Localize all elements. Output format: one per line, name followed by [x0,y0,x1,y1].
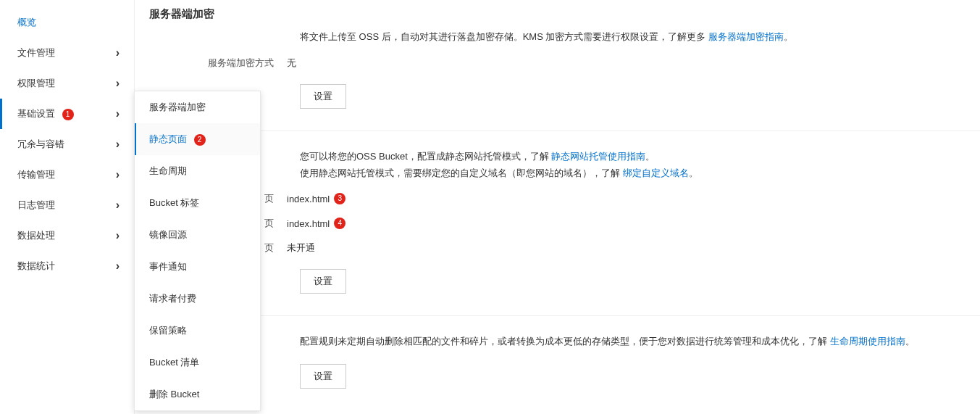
step-badge: 4 [334,218,345,229]
kv-value: 未开通 [287,241,315,254]
chevron-right-icon: › [116,199,120,212]
submenu-label: 服务器端加密 [149,102,206,112]
submenu-item-events[interactable]: 事件通知 [135,251,260,283]
settings-button[interactable]: 设置 [300,269,346,294]
sidebar-label: 冗余与容错 [17,138,64,151]
submenu-item-static[interactable]: 静态页面 2 [135,123,260,155]
sidebar-item-transfer[interactable]: 传输管理 › [0,160,134,190]
chevron-right-icon: › [116,77,120,90]
link-custom-domain[interactable]: 绑定自定义域名 [623,167,689,178]
sidebar-item-logs[interactable]: 日志管理 › [0,190,134,220]
sidebar-label: 传输管理 [17,168,55,181]
chevron-right-icon: › [116,107,120,120]
chevron-right-icon: › [116,168,120,181]
section-desc: 配置规则来定期自动删除相匹配的文件和碎片，或者转换为成本更低的存储类型，便于您对… [149,334,980,355]
chevron-right-icon: › [116,260,120,273]
chevron-right-icon: › [116,229,120,242]
submenu-item-requester-pays[interactable]: 请求者付费 [135,283,260,315]
submenu-item-encryption[interactable]: 服务器端加密 [135,91,260,123]
submenu-item-delete-bucket[interactable]: 删除 Bucket [135,378,260,410]
section-desc: 您可以将您的OSS Bucket，配置成静态网站托管模式，了解 静态网站托管使用… [149,149,980,166]
section-encryption: 服务器端加密 将文件上传至 OSS 后，自动对其进行落盘加密存储。KMS 加密方… [149,4,980,109]
submenu-item-bucket-tags[interactable]: Bucket 标签 [135,187,260,219]
sidebar-label: 数据处理 [17,229,55,242]
sidebar-label: 权限管理 [17,77,55,90]
submenu-label: Bucket 清单 [149,357,199,368]
section-static: 您可以将您的OSS Bucket，配置成静态网站托管模式，了解 静态网站托管使用… [149,149,980,294]
submenu-item-mirror[interactable]: 镜像回源 [135,219,260,251]
sidebar-label: 概览 [17,16,36,29]
settings-button[interactable]: 设置 [300,364,346,389]
sidebar-item-data-stats[interactable]: 数据统计 › [0,251,134,281]
sidebar-label: 基础设置 [17,108,55,119]
link-encryption-guide[interactable]: 服务器端加密指南 [708,31,784,42]
submenu-item-inventory[interactable]: Bucket 清单 [135,347,260,378]
sidebar-item-files[interactable]: 文件管理 › [0,38,134,68]
section-lifecycle: 配置规则来定期自动删除相匹配的文件和碎片，或者转换为成本更低的存储类型，便于您对… [149,334,980,389]
settings-button[interactable]: 设置 [300,84,346,109]
submenu: 服务器端加密 静态页面 2 生命周期 Bucket 标签 镜像回源 事件通知 请… [134,91,261,411]
chevron-right-icon: › [116,46,120,59]
link-lifecycle-guide[interactable]: 生命周期使用指南 [830,336,905,347]
submenu-label: Bucket 标签 [149,197,199,208]
sidebar-item-data-processing[interactable]: 数据处理 › [0,220,134,251]
link-static-guide[interactable]: 静态网站托管使用指南 [551,151,645,162]
kv-value: 无 [287,57,296,70]
submenu-item-lifecycle[interactable]: 生命周期 [135,155,260,187]
section-desc: 使用静态网站托管模式，需要绑定您的自定义域名（即您网站的域名），了解 绑定自定义… [149,166,980,187]
sidebar-label: 日志管理 [17,199,55,212]
sidebar-item-redundancy[interactable]: 冗余与容错 › [0,129,134,160]
row-default-homepage: 页 index.html 3 [149,186,980,211]
step-badge: 2 [194,134,206,146]
section-title: 服务器端加密 [149,4,980,30]
main-content: 服务器端加密 将文件上传至 OSS 后，自动对其进行落盘加密存储。KMS 加密方… [134,0,980,414]
submenu-label: 删除 Bucket [149,389,199,399]
submenu-label: 生命周期 [149,165,187,176]
kv-value: index.html 4 [287,218,345,229]
sidebar-item-permissions[interactable]: 权限管理 › [0,68,134,99]
submenu-label: 镜像回源 [149,229,187,240]
row-subdir: 页 未开通 [149,236,980,260]
step-badge: 3 [334,193,345,204]
kv-value: index.html 3 [287,193,345,204]
step-badge: 1 [62,109,74,120]
chevron-right-icon: › [116,138,120,151]
submenu-item-四ention[interactable]: 保留策略 [135,315,260,347]
sidebar: 概览 › 文件管理 › 权限管理 › 基础设置 1 › 冗余与容错 › 传输管理… [0,0,134,414]
sidebar-item-basic-settings[interactable]: 基础设置 1 › [0,99,134,129]
sidebar-label: 文件管理 [17,46,55,59]
sidebar-item-overview[interactable]: 概览 › [0,7,134,38]
submenu-label: 保留策略 [149,325,187,336]
divider [149,315,980,316]
kv-label: 服务端加密方式 [149,57,287,70]
submenu-label: 事件通知 [149,261,187,272]
submenu-label: 静态页面 [149,133,187,144]
sidebar-label: 数据统计 [17,260,55,273]
divider [149,131,980,131]
section-desc: 将文件上传至 OSS 后，自动对其进行落盘加密存储。KMS 加密方式需要进行权限… [149,30,980,51]
submenu-label: 请求者付费 [149,293,196,304]
row-default-404: 页 index.html 4 [149,211,980,236]
row-encryption-method: 服务端加密方式 无 [149,51,980,75]
